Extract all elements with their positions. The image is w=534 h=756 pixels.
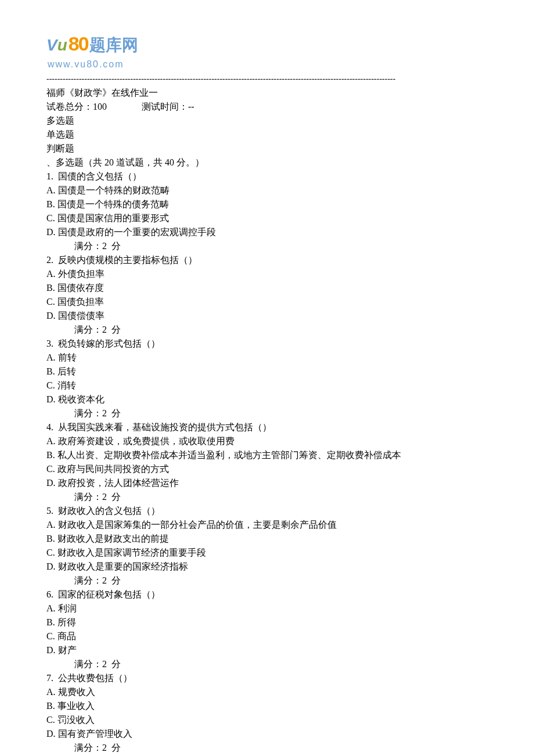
question-option: A. 财政收入是国家筹集的一部分社会产品的价值，主要是剩余产品价值: [46, 518, 488, 532]
question-option: C. 政府与民间共同投资的方式: [46, 462, 488, 476]
question-option: B. 财政收入是财政支出的前提: [46, 532, 488, 546]
logo-cn: 题库网: [89, 33, 138, 57]
logo-u: u: [57, 33, 67, 57]
logo-url: www.vu80.com: [48, 57, 534, 71]
question-option: D. 国有资产管理收入: [46, 727, 488, 741]
questions-container: 1. 国债的含义包括（）A. 国债是一个特殊的财政范畴B. 国债是一个特殊的债务…: [46, 170, 488, 756]
question-option: B. 私人出资、定期收费补偿成本并适当盈利，或地方主管部门筹资、定期收费补偿成本: [46, 448, 488, 462]
question-stem: 2. 反映内债规模的主要指标包括（）: [46, 253, 488, 267]
question-option: D. 国债是政府的一个重要的宏观调控手段: [46, 225, 488, 239]
question-option: B. 事业收入: [46, 699, 488, 713]
question-option: A. 规费收入: [46, 685, 488, 699]
question-option: A. 外债负担率: [46, 267, 488, 281]
question-option: D. 国债偿债率: [46, 309, 488, 323]
question-option: B. 国债依存度: [46, 281, 488, 295]
logo-area: Vu80题库网 www.vu80.com: [0, 0, 534, 73]
section-multi: 多选题: [46, 114, 488, 128]
question-score: 满分：2 分: [46, 741, 488, 755]
question-option: A. 利润: [46, 602, 488, 615]
question-option: D. 财政收入是重要的国家经济指标: [46, 560, 488, 574]
question-option: D. 财产: [46, 643, 488, 657]
question-option: D. 政府投资，法人团体经营运作: [46, 476, 488, 490]
score-time-line: 试卷总分：100 测试时间：--: [46, 100, 488, 114]
section-judge: 判断题: [46, 142, 488, 156]
question-score: 满分：2 分: [46, 657, 488, 671]
question-stem: 7. 公共收费包括（）: [46, 671, 488, 685]
logo-80: 80: [68, 29, 88, 59]
question-stem: 4. 从我国实践来看，基础设施投资的提供方式包括（）: [46, 420, 488, 434]
total-score: 试卷总分：100: [46, 100, 107, 114]
document-content: ----------------------------------------…: [0, 73, 534, 756]
question-option: C. 国债是国家信用的重要形式: [46, 211, 488, 225]
question-option: C. 财政收入是国家调节经济的重要手段: [46, 546, 488, 560]
question-stem: 3. 税负转嫁的形式包括（）: [46, 337, 488, 351]
question-score: 满分：2 分: [46, 406, 488, 420]
section-single: 单选题: [46, 128, 488, 142]
document-title: 福师《财政学》在线作业一: [46, 86, 488, 100]
question-stem: 6. 国家的征税对象包括（）: [46, 588, 488, 602]
divider: ----------------------------------------…: [46, 73, 488, 85]
question-stem: 1. 国债的含义包括（）: [46, 170, 488, 183]
question-option: C. 罚没收入: [46, 713, 488, 727]
question-option: B. 国债是一个特殊的债务范畴: [46, 197, 488, 211]
logo-v: V: [46, 33, 57, 57]
question-score: 满分：2 分: [46, 490, 488, 504]
question-option: C. 国债负担率: [46, 295, 488, 309]
question-option: C. 商品: [46, 629, 488, 643]
question-stem: 5. 财政收入的含义包括（）: [46, 504, 488, 518]
question-option: A. 国债是一个特殊的财政范畴: [46, 183, 488, 197]
question-option: D. 税收资本化: [46, 393, 488, 406]
question-score: 满分：2 分: [46, 574, 488, 588]
question-option: C. 消转: [46, 379, 488, 393]
question-option: B. 所得: [46, 615, 488, 629]
logo: Vu80题库网: [46, 29, 534, 59]
question-score: 满分：2 分: [46, 239, 488, 253]
question-score: 满分：2 分: [46, 323, 488, 337]
question-option: A. 政府筹资建设，或免费提供，或收取使用费: [46, 434, 488, 448]
question-option: B. 后转: [46, 365, 488, 379]
test-time: 测试时间：--: [142, 100, 194, 114]
question-option: A. 前转: [46, 351, 488, 365]
section-header: 、多选题（共 20 道试题，共 40 分。）: [46, 156, 488, 170]
